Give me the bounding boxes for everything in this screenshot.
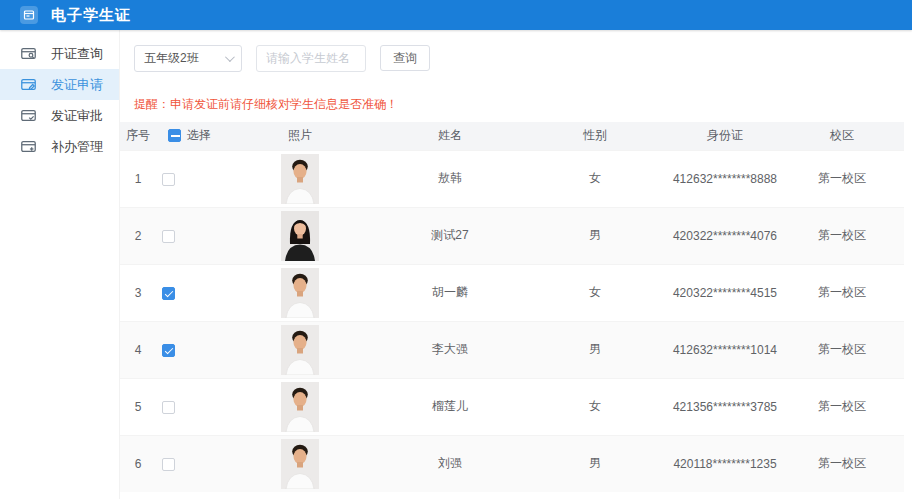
row-checkbox[interactable] (162, 401, 175, 414)
reminder-notice: 提醒：申请发证前请仔细核对学生信息是否准确！ (134, 96, 904, 110)
row-gender: 女 (520, 150, 670, 207)
column-header-select: 选择 (156, 122, 220, 150)
row-index: 5 (120, 378, 156, 435)
row-gender: 女 (520, 378, 670, 435)
row-photo-cell (220, 207, 380, 264)
column-header-campus: 校区 (780, 122, 904, 150)
sidebar-item-issue-apply[interactable]: 发证申请 (0, 69, 119, 100)
table-row: 2 测试27 男 420322********4076 第一校区 (120, 207, 904, 264)
row-select-cell (156, 207, 220, 264)
row-gender: 女 (520, 264, 670, 321)
row-checkbox[interactable] (162, 173, 175, 186)
row-gender: 男 (520, 207, 670, 264)
row-photo-cell (220, 321, 380, 378)
card-search-icon (20, 45, 37, 62)
row-index: 6 (120, 435, 156, 492)
row-select-cell (156, 378, 220, 435)
table-row: 1 敖韩 女 412632********8888 第一校区 (120, 150, 904, 207)
row-checkbox[interactable] (162, 458, 175, 471)
student-photo (281, 154, 319, 204)
sidebar: 开证查询 发证申请 发证审批 补办管理 (0, 30, 120, 499)
card-add-icon (20, 138, 37, 155)
column-header-name: 姓名 (380, 122, 520, 150)
row-index: 1 (120, 150, 156, 207)
table-row: 5 榴莲儿 女 421356********3785 第一校区 (120, 378, 904, 435)
student-photo (281, 439, 319, 489)
column-header-index: 序号 (120, 122, 156, 150)
row-idcard: 412632********1014 (670, 321, 780, 378)
sidebar-item-label: 开证查询 (51, 45, 103, 63)
row-checkbox[interactable] (162, 344, 175, 357)
row-campus: 第一校区 (780, 207, 904, 264)
class-select-value: 五年级2班 (144, 50, 199, 67)
column-header-select-label: 选择 (187, 127, 211, 144)
row-select-cell (156, 321, 220, 378)
row-campus: 第一校区 (780, 264, 904, 321)
row-name: 胡一麟 (380, 264, 520, 321)
row-idcard: 421356********3785 (670, 378, 780, 435)
table-row: 4 李大强 男 412632********1014 第一校区 (120, 321, 904, 378)
row-name: 敖韩 (380, 150, 520, 207)
row-select-cell (156, 435, 220, 492)
row-name: 榴莲儿 (380, 378, 520, 435)
row-select-cell (156, 150, 220, 207)
student-table-body: 1 敖韩 女 412632********8888 第一校区 2 测试27 男 … (120, 150, 904, 492)
row-index: 2 (120, 207, 156, 264)
row-campus: 第一校区 (780, 150, 904, 207)
column-header-photo: 照片 (220, 122, 380, 150)
row-photo-cell (220, 378, 380, 435)
row-idcard: 412632********8888 (670, 150, 780, 207)
query-button[interactable]: 查询 (380, 45, 430, 71)
student-photo (281, 325, 319, 375)
row-select-cell (156, 264, 220, 321)
row-campus: 第一校区 (780, 321, 904, 378)
row-idcard: 420322********4076 (670, 207, 780, 264)
row-idcard: 420322********4515 (670, 264, 780, 321)
app-header: 电子学生证 (0, 0, 912, 30)
sidebar-item-open-query[interactable]: 开证查询 (0, 38, 119, 69)
sidebar-item-label: 发证审批 (51, 107, 103, 125)
page-title: 电子学生证 (51, 6, 131, 25)
row-campus: 第一校区 (780, 435, 904, 492)
column-header-gender: 性别 (520, 122, 670, 150)
sidebar-item-label: 补办管理 (51, 138, 103, 156)
student-photo (281, 268, 319, 318)
table-header-row: 序号 选择 照片 姓名 性别 身份证 校区 (120, 122, 904, 150)
row-gender: 男 (520, 321, 670, 378)
row-photo-cell (220, 264, 380, 321)
select-all-checkbox[interactable] (168, 129, 181, 142)
row-name: 刘强 (380, 435, 520, 492)
table-row: 6 刘强 男 420118********1235 第一校区 (120, 435, 904, 492)
row-name: 李大强 (380, 321, 520, 378)
class-select[interactable]: 五年级2班 (134, 45, 242, 72)
sidebar-item-reissue-manage[interactable]: 补办管理 (0, 131, 119, 162)
row-idcard: 420118********1235 (670, 435, 780, 492)
student-photo (281, 211, 319, 261)
table-row: 3 胡一麟 女 420322********4515 第一校区 (120, 264, 904, 321)
chevron-down-icon (225, 52, 235, 62)
card-edit-icon (20, 76, 37, 93)
column-header-idcard: 身份证 (670, 122, 780, 150)
sidebar-item-issue-approve[interactable]: 发证审批 (0, 100, 119, 131)
row-photo-cell (220, 150, 380, 207)
row-campus: 第一校区 (780, 378, 904, 435)
main-content: 五年级2班 查询 提醒：申请发证前请仔细核对学生信息是否准确！ 序号 选择 照片… (120, 30, 912, 499)
filter-toolbar: 五年级2班 查询 (134, 44, 904, 72)
student-name-input[interactable] (256, 45, 366, 72)
student-card-icon (20, 6, 38, 24)
student-table: 序号 选择 照片 姓名 性别 身份证 校区 1 敖韩 女 (120, 122, 904, 492)
student-photo (281, 382, 319, 432)
row-name: 测试27 (380, 207, 520, 264)
card-approve-icon (20, 107, 37, 124)
sidebar-item-label: 发证申请 (51, 76, 103, 94)
row-photo-cell (220, 435, 380, 492)
row-index: 4 (120, 321, 156, 378)
row-checkbox[interactable] (162, 287, 175, 300)
row-index: 3 (120, 264, 156, 321)
row-checkbox[interactable] (162, 230, 175, 243)
row-gender: 男 (520, 435, 670, 492)
